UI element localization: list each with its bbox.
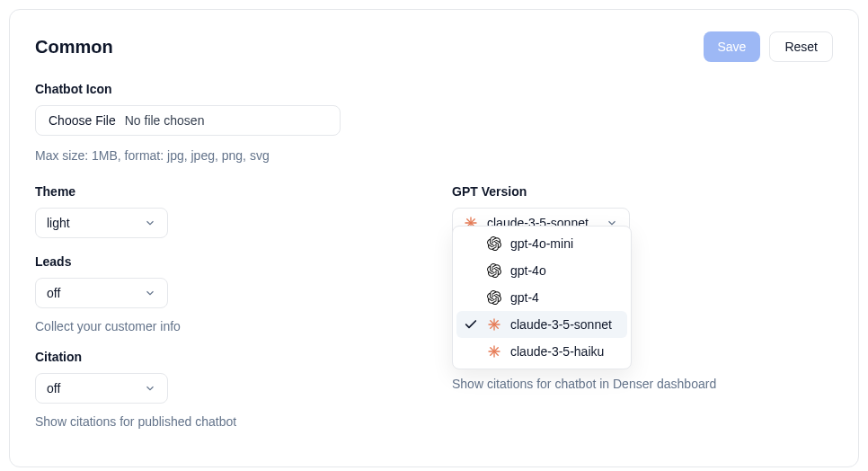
form-columns: Theme light Leads off Collect your custo… <box>35 184 833 445</box>
chevron-down-icon <box>144 287 156 299</box>
gpt-option-claude-3-5-haiku[interactable]: claude-3-5-haiku <box>456 338 627 365</box>
gpt-option-gpt-4o[interactable]: gpt-4o <box>456 257 627 284</box>
file-hint: Max size: 1MB, format: jpg, jpeg, png, s… <box>35 148 833 163</box>
gpt-field: GPT Version claude-3-5-sonnet gpt-4o-min… <box>452 184 833 238</box>
anthropic-icon <box>487 317 501 332</box>
leads-label: Leads <box>35 254 416 269</box>
gpt-label: GPT Version <box>452 184 833 199</box>
citation-field: Citation off Show citations for publishe… <box>35 350 416 429</box>
save-button[interactable]: Save <box>704 31 761 62</box>
citation-value: off <box>47 381 60 395</box>
gpt-option-claude-3-5-sonnet[interactable]: claude-3-5-sonnet <box>456 311 627 338</box>
gpt-option-label: gpt-4 <box>510 290 539 305</box>
choose-file-label: Choose File <box>49 113 116 128</box>
theme-select[interactable]: light <box>35 208 168 238</box>
theme-value: light <box>47 216 70 230</box>
right-column: GPT Version claude-3-5-sonnet gpt-4o-min… <box>452 184 833 445</box>
openai-icon <box>487 263 501 278</box>
file-status: No file chosen <box>125 113 205 128</box>
gpt-option-label: claude-3-5-sonnet <box>510 317 612 332</box>
openai-icon <box>487 290 501 305</box>
gpt-option-gpt-4[interactable]: gpt-4 <box>456 284 627 311</box>
left-column: Theme light Leads off Collect your custo… <box>35 184 416 445</box>
check-icon <box>464 344 478 359</box>
chatbot-icon-field: Chatbot Icon Choose File No file chosen … <box>35 82 833 163</box>
chevron-down-icon <box>144 382 156 395</box>
leads-help: Collect your customer info <box>35 319 416 333</box>
page-title: Common <box>35 37 113 58</box>
anthropic-icon <box>487 344 501 359</box>
leads-select[interactable]: off <box>35 278 168 308</box>
leads-value: off <box>47 286 60 300</box>
citation-label: Citation <box>35 350 416 364</box>
settings-card: Common Save Reset Chatbot Icon Choose Fi… <box>9 9 859 467</box>
leads-field: Leads off Collect your customer info <box>35 254 416 333</box>
theme-label: Theme <box>35 184 416 199</box>
check-icon <box>464 236 478 251</box>
check-icon <box>464 317 478 332</box>
chevron-down-icon <box>144 217 156 229</box>
header-row: Common Save Reset <box>35 31 833 62</box>
header-actions: Save Reset <box>704 31 834 62</box>
openai-icon <box>487 236 501 251</box>
reset-button[interactable]: Reset <box>769 31 833 62</box>
theme-field: Theme light <box>35 184 416 238</box>
gpt-option-label: claude-3-5-haiku <box>510 344 604 359</box>
citation-select[interactable]: off <box>35 373 168 404</box>
gpt-option-label: gpt-4o-mini <box>510 236 573 251</box>
gpt-dropdown: gpt-4o-minigpt-4ogpt-4claude-3-5-sonnetc… <box>452 226 632 369</box>
right-citation-help: Show citations for chatbot in Denser das… <box>452 377 833 391</box>
citation-help: Show citations for published chatbot <box>35 414 416 429</box>
file-input[interactable]: Choose File No file chosen <box>35 105 341 136</box>
chatbot-icon-label: Chatbot Icon <box>35 82 833 96</box>
check-icon <box>464 290 478 305</box>
check-icon <box>464 263 478 278</box>
gpt-option-gpt-4o-mini[interactable]: gpt-4o-mini <box>456 230 627 257</box>
gpt-option-label: gpt-4o <box>510 263 546 278</box>
